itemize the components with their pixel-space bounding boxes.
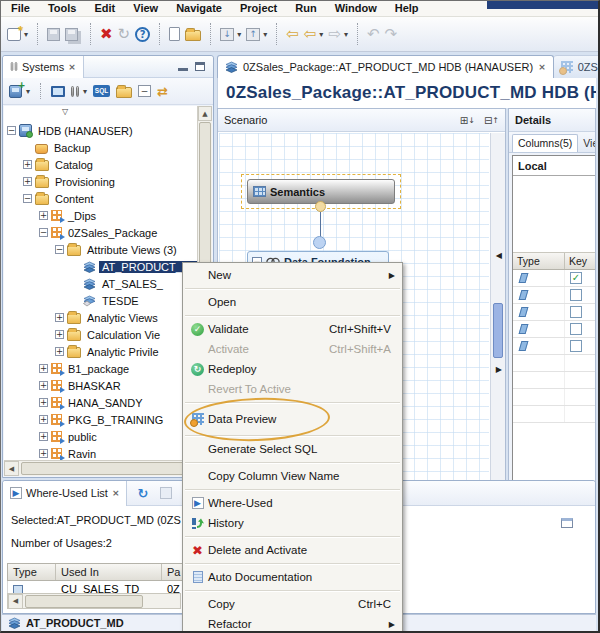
collapse-all-icon[interactable]: ⊟↑ [484, 115, 499, 126]
key-checkbox[interactable] [570, 289, 582, 301]
menu-run[interactable]: Run [286, 1, 325, 15]
menu-item-validate[interactable]: ✓ Validate Ctrl+Shift+V [183, 319, 402, 339]
scenario-vertical-scrollbar[interactable]: ◀ ▶ [490, 133, 505, 486]
tree-item-pkg-b-training[interactable]: + PKG_B_TRAINING [39, 411, 166, 428]
tree-item-calculation-views[interactable]: + Calculation Vie [55, 326, 163, 343]
tree-item-bhaskar[interactable]: + BHASKAR [39, 377, 124, 394]
expander-icon[interactable]: + [23, 160, 32, 169]
tree-item-public[interactable]: + public [39, 428, 100, 445]
new-wizard-icon[interactable] [7, 28, 21, 41]
key-checkbox[interactable]: ✓ [570, 272, 582, 284]
tree-item-at-sales[interactable]: AT_SALES_ [71, 275, 166, 292]
tree-item-attribute-views[interactable]: − Attribute Views (3) [55, 241, 180, 258]
new-dropdown-icon[interactable]: ▾ [24, 30, 28, 39]
sash-expand-icon[interactable]: ▶ [496, 365, 502, 374]
key-checkbox[interactable] [570, 340, 582, 352]
tree-item-tesde[interactable]: TESDE [71, 292, 142, 309]
scroll-up-icon[interactable]: ▲ [198, 106, 212, 121]
menu-item-auto-documentation[interactable]: Auto Documentation [183, 567, 402, 587]
expander-icon[interactable]: − [55, 245, 64, 254]
help-icon[interactable]: ? [135, 27, 150, 42]
expander-icon[interactable]: + [39, 364, 48, 373]
expander-icon[interactable]: − [39, 228, 48, 237]
expander-icon[interactable]: + [39, 432, 48, 441]
menu-file[interactable]: File [2, 1, 39, 15]
expander-icon[interactable]: + [55, 330, 64, 339]
back-dropdown-icon[interactable]: ▾ [319, 30, 323, 39]
tree-item-catalog[interactable]: + Catalog [23, 156, 96, 173]
scroll-left-icon[interactable]: ◀ [4, 461, 19, 476]
export-dropdown-icon[interactable]: ▾ [263, 30, 267, 39]
tree-item-content[interactable]: − Content [23, 190, 97, 207]
menu-item-open[interactable]: Open [183, 292, 402, 312]
import-dropdown-icon[interactable]: ▾ [237, 30, 241, 39]
expander-icon[interactable]: − [23, 194, 32, 203]
menu-item-refactor[interactable]: Refactor ▶ [183, 614, 402, 633]
table-horizontal-scrollbar[interactable]: ◀ [7, 593, 181, 609]
menu-item-generate-select-sql[interactable]: Generate Select SQL [183, 439, 402, 459]
table-row[interactable] [513, 287, 595, 304]
scrollbar-thumb[interactable] [199, 122, 211, 280]
restore-window-icon[interactable] [561, 518, 573, 528]
refresh-disabled-icon[interactable]: ↻ [118, 27, 131, 42]
save-all-icon[interactable] [65, 28, 78, 41]
key-checkbox[interactable] [570, 306, 582, 318]
menu-item-new[interactable]: New ▶ [183, 265, 402, 285]
menu-edit[interactable]: Edit [85, 1, 124, 15]
expand-all-icon[interactable]: ⊞↓ [460, 115, 475, 126]
table-row[interactable]: ✓ [513, 270, 595, 287]
table-row[interactable] [513, 321, 595, 338]
add-system-dropdown-icon[interactable]: ▾ [26, 87, 30, 96]
tree-item-dips[interactable]: + _Dips [39, 207, 99, 224]
menu-item-history[interactable]: History [183, 513, 402, 533]
key-checkbox[interactable] [570, 323, 582, 335]
tree-item-analytic-views[interactable]: + Analytic Views [55, 309, 161, 326]
menu-item-data-preview[interactable]: Data Preview [183, 406, 402, 432]
file-icon[interactable] [169, 27, 180, 41]
expander-icon[interactable]: + [39, 449, 48, 458]
expander-icon[interactable]: − [7, 126, 16, 135]
tree-item-analytic-privileges[interactable]: + Analytic Privile [55, 343, 162, 360]
expander-icon[interactable]: + [55, 313, 64, 322]
menu-item-delete-and-activate[interactable]: ✖ Delete and Activate [183, 540, 402, 560]
menu-tools[interactable]: Tools [39, 1, 86, 15]
column-header-type[interactable]: Type [8, 564, 56, 580]
menu-help[interactable]: Help [386, 1, 428, 15]
scroll-left-icon[interactable]: ◀ [8, 594, 23, 609]
collapse-all-icon[interactable]: − [138, 85, 151, 97]
tree-item-provisioning[interactable]: + Provisioning [23, 173, 118, 190]
forward-dropdown-icon[interactable]: ▾ [344, 30, 348, 39]
menu-item-redeploy[interactable]: ↻ Redeploy [183, 359, 402, 379]
table-row[interactable] [513, 304, 595, 321]
save-icon[interactable] [47, 28, 60, 41]
panel-menu-icon[interactable] [160, 487, 172, 499]
close-icon[interactable]: × [538, 62, 546, 72]
menu-project[interactable]: Project [231, 1, 286, 15]
menu-item-where-used[interactable]: ▶ Where-Used [183, 493, 402, 513]
close-icon[interactable]: × [112, 488, 120, 498]
column-header-type[interactable]: Type [513, 253, 565, 269]
tree-item-hana-sandy[interactable]: + HANA_SANDY [39, 394, 146, 411]
tab-data-preview[interactable]: 0ZSales [554, 55, 598, 78]
menu-navigate[interactable]: Navigate [167, 1, 231, 15]
tab-view[interactable]: View [580, 135, 596, 152]
menu-item-copy[interactable]: Copy Ctrl+C [183, 594, 402, 614]
forward-icon[interactable]: ⇨ [328, 27, 341, 42]
sql-console-icon[interactable]: SQL [93, 85, 110, 97]
undo-icon[interactable]: ↶ [367, 27, 380, 42]
menu-view[interactable]: View [124, 1, 167, 15]
admin-console-icon[interactable] [51, 86, 65, 97]
redo-icon[interactable]: ↷ [385, 27, 398, 42]
tab-where-used-list[interactable]: ▶ Where-Used List × [3, 481, 127, 506]
tab-columns[interactable]: Columns(5) [512, 134, 578, 152]
expander-icon[interactable]: + [55, 347, 64, 356]
refresh-icon[interactable]: ⇄ [157, 84, 168, 99]
sash-collapse-icon[interactable]: ◀ [496, 251, 502, 260]
expander-icon[interactable]: + [39, 211, 48, 220]
last-edit-location-icon[interactable]: ⇦ [286, 27, 299, 42]
scrollbar-thumb[interactable] [493, 303, 503, 358]
menu-window[interactable]: Window [326, 1, 386, 15]
tree-item-b1-package[interactable]: + B1_package [39, 360, 132, 377]
export-icon[interactable]: ↑ [246, 28, 260, 41]
minimize-icon[interactable] [178, 63, 188, 71]
